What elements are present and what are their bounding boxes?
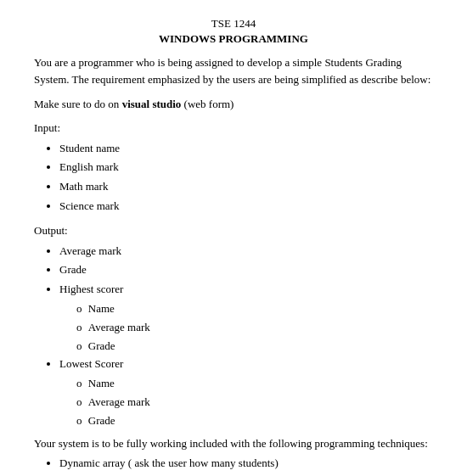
list-item: Science mark: [59, 198, 433, 216]
input-list: Student name English mark Math mark Scie…: [59, 140, 433, 216]
list-item: Grade: [59, 261, 433, 279]
list-item: Math mark: [59, 178, 433, 196]
list-item: Lowest Scorer: [59, 356, 433, 373]
list-item: Highest scorer: [59, 281, 433, 299]
list-item: Average mark: [76, 319, 433, 337]
list-item: Grade: [76, 338, 433, 356]
intro-paragraph: You are a programmer who is being assign…: [34, 54, 433, 87]
input-label: Input:: [34, 121, 433, 135]
list-item: Name: [76, 300, 433, 318]
output-list: Average mark Grade Highest scorer Name A…: [59, 243, 433, 430]
page-title: WINDOWS PROGRAMMING: [34, 32, 433, 46]
make-sure-text: Make sure to do on visual studio (web fo…: [34, 96, 433, 113]
techniques-list: Dynamic array ( ask the user how many st…: [59, 455, 433, 476]
course-code: TSE 1244: [34, 17, 433, 31]
make-sure-label: Make sure to do on: [34, 98, 122, 110]
list-item: Average mark: [59, 243, 433, 260]
lowest-scorer-sublist: Name Average mark Grade: [76, 375, 433, 429]
list-item: Name: [76, 375, 433, 393]
output-label: Output:: [34, 224, 433, 238]
list-item: Dynamic array ( ask the user how many st…: [59, 455, 433, 473]
list-item: English mark: [59, 159, 433, 176]
visual-studio-label: visual studio: [122, 98, 182, 110]
list-item: Student name: [59, 140, 433, 158]
list-item: Average mark: [76, 394, 433, 412]
list-item: Grade: [76, 412, 433, 430]
techniques-intro: Your system is to be fully working inclu…: [34, 435, 433, 452]
form-text-label: (web form): [181, 98, 234, 110]
highest-scorer-sublist: Name Average mark Grade: [76, 300, 433, 355]
